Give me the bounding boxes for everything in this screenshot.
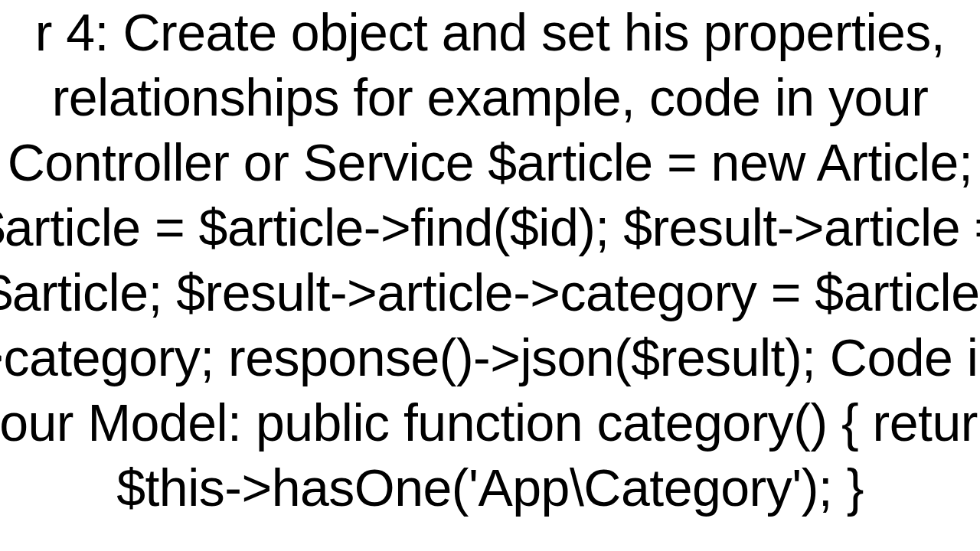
document-text: r 4: Create object and set his propertie… — [0, 0, 980, 520]
